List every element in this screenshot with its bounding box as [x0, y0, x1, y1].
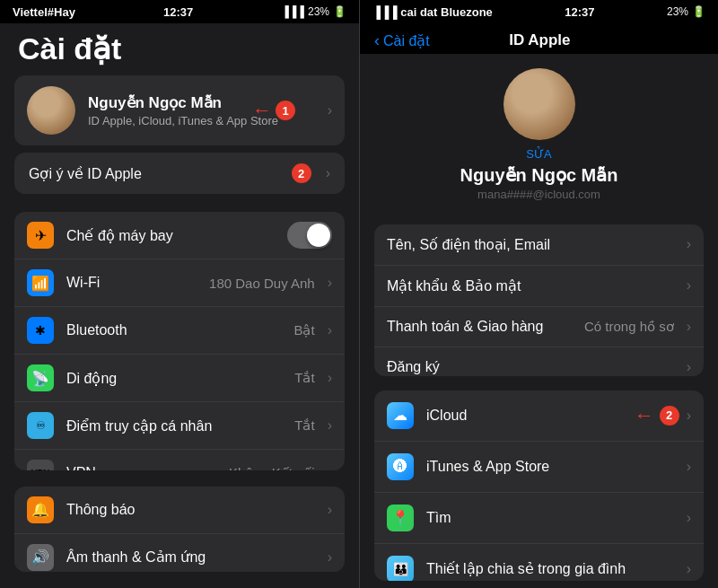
right-settings-group-2: ☁ iCloud ← 2 › 🅐 iTunes & App Store › 📍 …: [374, 391, 704, 581]
left-status-bar: Viettel#Hay 12:37 ▐▐▐ 23% 🔋: [0, 0, 359, 23]
right-status-icons: 23% 🔋: [667, 5, 705, 18]
red-arrow-1: ←: [252, 99, 272, 122]
name-chevron: ›: [687, 236, 691, 252]
setting-hotspot[interactable]: ♾ Điểm truy cập cá nhân Tắt ›: [14, 402, 345, 450]
right-setting-itunes[interactable]: 🅐 iTunes & App Store ›: [374, 442, 704, 493]
right-setting-password[interactable]: Mật khẩu & Bảo mật ›: [374, 266, 704, 307]
annotation-num-1: 1: [276, 101, 295, 120]
right-time: 12:37: [565, 5, 594, 19]
right-setting-family[interactable]: 👪 Thiết lập chia sẻ trong gia đình ›: [374, 544, 704, 581]
right-setting-icloud[interactable]: ☁ iCloud ← 2 ›: [374, 391, 704, 442]
profile-email: mana####@icloud.com: [477, 188, 600, 201]
wifi-value: 180 Dao Duy Anh: [209, 276, 315, 291]
red-arrow-2: ←: [635, 404, 654, 427]
right-setting-findmy[interactable]: 📍 Tìm ›: [374, 493, 704, 544]
account-chevron: ›: [328, 102, 332, 118]
back-button[interactable]: ‹ Cài đặt: [374, 31, 430, 50]
sound-chevron: ›: [328, 549, 332, 566]
name-label: Tên, Số điện thoại, Email: [387, 236, 679, 253]
vpn-icon: VPN: [27, 460, 54, 470]
signal-dots: ▐▐▐: [372, 5, 400, 19]
battery-percent: 23%: [308, 5, 329, 18]
airplane-toggle[interactable]: [287, 222, 332, 249]
back-label: Cài đặt: [383, 32, 430, 49]
right-setting-name[interactable]: Tên, Số điện thoại, Email ›: [374, 224, 704, 266]
profile-name: Nguyễn Ngọc Mẫn: [460, 164, 618, 186]
divider: [360, 383, 718, 390]
setting-airplane[interactable]: ✈ Chế độ máy bay: [14, 212, 345, 259]
setting-vpn[interactable]: VPN VPN Không Kết nối ›: [14, 450, 345, 470]
airplane-label: Chế độ máy bay: [66, 227, 287, 244]
left-panel: Viettel#Hay 12:37 ▐▐▐ 23% 🔋 Cài đặt Nguy…: [0, 0, 359, 588]
suggest-badge: 2: [292, 163, 311, 183]
payment-value: Có trong hồ sơ: [584, 319, 674, 335]
icloud-icon: ☁: [387, 402, 414, 429]
right-setting-subscriptions[interactable]: Đăng ký ›: [374, 347, 704, 376]
suggest-chevron: ›: [326, 165, 330, 181]
suggest-row[interactable]: Gợi ý về ID Apple 2 ›: [14, 153, 345, 194]
profile-avatar: [503, 68, 575, 140]
right-nav: ‹ Cài đặt ID Apple: [360, 24, 718, 54]
battery-icon: 🔋: [333, 5, 346, 18]
payment-label: Thanh toán & Giao hàng: [387, 319, 584, 335]
bluetooth-label: Bluetooth: [66, 322, 293, 338]
vpn-chevron: ›: [328, 465, 332, 470]
icloud-annotation: ← 2: [635, 404, 679, 427]
family-icon: 👪: [387, 556, 414, 581]
family-label: Thiết lập chia sẻ trong gia đình: [426, 560, 679, 577]
signal-icon: ▐▐▐: [281, 5, 304, 18]
left-status-icons: ▐▐▐ 23% 🔋: [281, 5, 346, 18]
findmy-label: Tìm: [426, 510, 679, 526]
bluetooth-chevron: ›: [328, 322, 332, 338]
right-battery-percent: 23%: [667, 5, 688, 18]
right-battery-icon: 🔋: [692, 5, 705, 18]
cellular-icon: 📡: [27, 364, 54, 391]
cellular-value: Tắt: [294, 370, 314, 386]
avatar-image: [27, 86, 75, 135]
setting-wifi[interactable]: 📶 Wi-Fi 180 Dao Duy Anh ›: [14, 259, 345, 307]
wifi-icon: 📶: [27, 269, 54, 296]
back-chevron-icon: ‹: [374, 31, 380, 50]
right-setting-payment[interactable]: Thanh toán & Giao hàng Có trong hồ sơ ›: [374, 307, 704, 347]
hotspot-icon: ♾: [27, 412, 54, 439]
setting-bluetooth[interactable]: ✱ Bluetooth Bật ›: [14, 307, 345, 355]
arrow-annotation-1: ← 1: [252, 99, 295, 122]
account-avatar: [27, 86, 75, 135]
left-carrier: Viettel#Hay: [13, 5, 75, 19]
findmy-icon: 📍: [387, 505, 414, 531]
toggle-knob: [307, 224, 330, 247]
cellular-label: Di động: [66, 370, 294, 387]
right-settings-group-1: Tên, Số điện thoại, Email › Mật khẩu & B…: [374, 224, 704, 376]
findmy-chevron: ›: [687, 510, 691, 526]
setting-notifications[interactable]: 🔔 Thông báo ›: [14, 487, 345, 534]
wifi-label: Wi-Fi: [66, 275, 209, 291]
hotspot-value: Tắt: [294, 417, 314, 434]
hotspot-label: Điểm truy cập cá nhân: [66, 417, 294, 434]
payment-chevron: ›: [687, 319, 691, 335]
notification-label: Thông báo: [66, 502, 320, 518]
right-page-title: ID Apple: [430, 31, 650, 49]
edit-label[interactable]: SỬA: [526, 147, 551, 161]
setting-cellular[interactable]: 📡 Di động Tắt ›: [14, 355, 345, 402]
itunes-chevron: ›: [687, 459, 691, 475]
account-row[interactable]: Nguyễn Ngọc Mẫn ID Apple, iCloud, iTunes…: [14, 75, 345, 145]
right-panel: ▐▐▐ cai dat Bluezone 12:37 23% 🔋 ‹ Cài đ…: [359, 0, 718, 588]
family-chevron: ›: [687, 561, 691, 577]
vpn-value: Không Kết nối: [229, 465, 315, 470]
settings-group-1: ✈ Chế độ máy bay 📶 Wi-Fi 180 Dao Duy Anh…: [14, 212, 345, 470]
wifi-chevron: ›: [328, 275, 332, 291]
hotspot-chevron: ›: [328, 417, 332, 434]
bluetooth-icon: ✱: [27, 317, 54, 344]
sound-label: Âm thanh & Cảm ứng: [66, 549, 320, 566]
right-carrier: ▐▐▐ cai dat Bluezone: [372, 5, 493, 19]
cellular-chevron: ›: [328, 370, 332, 386]
notification-chevron: ›: [328, 502, 332, 518]
account-section: Nguyễn Ngọc Mẫn ID Apple, iCloud, iTunes…: [14, 75, 345, 145]
bluetooth-value: Bật: [293, 322, 314, 338]
suggest-label: Gợi ý về ID Apple: [29, 165, 142, 182]
annotation-num-2: 2: [660, 406, 679, 426]
subscriptions-chevron: ›: [687, 359, 691, 375]
setting-sound[interactable]: 🔊 Âm thanh & Cảm ứng ›: [14, 534, 345, 572]
notification-icon: 🔔: [27, 496, 54, 523]
vpn-label: VPN: [66, 465, 229, 470]
